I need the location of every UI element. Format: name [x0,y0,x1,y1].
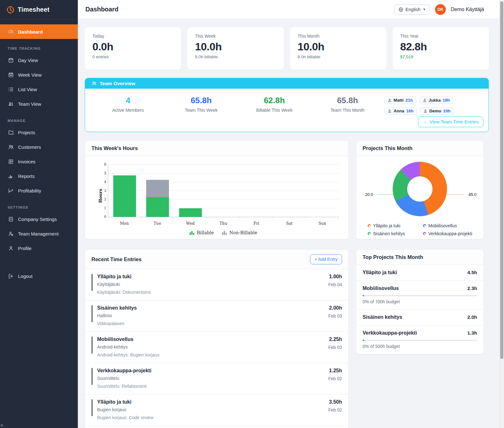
stat-sub: 8.0h billable [298,54,379,59]
bar-segment-billable [113,175,136,217]
view-team-time-entries-button[interactable]: → View Team Time Entries [418,116,484,127]
stat-value: 10.0h [195,41,276,53]
member-hours: 19h [443,98,450,103]
weekly-hours-bar-chart: Hours 0123456 MonTueWedThuFriSatSun Bill… [85,156,348,235]
time-entry-row: Verkkokauppa-projekti Suunnittelu Suunni… [85,363,348,394]
sidebar-item-label: Logout [18,274,33,279]
sidebar-item-label: Company Settings [18,217,57,222]
avatar[interactable]: DK [435,4,446,15]
member-chip-jukka: Jukka19h [419,96,454,104]
ring-icon [367,223,371,228]
sidebar-item-profile[interactable]: Profile [0,241,78,255]
entry-date: Feb 04 [328,282,342,287]
stat-sub: 0 entries [92,54,173,59]
gridline [108,164,339,165]
scrollbar-thumb[interactable] [500,1,503,359]
entry-project: Mobiilisovellus [97,337,328,342]
sidebar-item-invoices[interactable]: Invoices [0,154,78,169]
stat-card-today: Today 0.0h 0 entries [85,27,181,70]
stats-row: Today 0.0h 0 entries This Week 10.0h 8.0… [85,27,489,70]
sidebar-item-projects[interactable]: Projects [0,125,78,140]
y-tick-label: 2 [99,197,106,201]
profile-icon [8,245,14,251]
entry-marker [91,305,93,322]
sidebar-item-day-view[interactable]: FriDay View [0,53,78,67]
vertical-scrollbar[interactable] [499,0,504,428]
time-entry-row: Ylläpito ja tuki Käyttäjätuki Käyttäjätu… [85,269,348,300]
member-name: Demo [429,109,441,113]
stat-sub: 8.0h billable [195,54,276,59]
legend-label: Billable [197,230,214,235]
team-stat-label: Team This Week [165,108,238,113]
sidebar-item-label: Team Management [18,231,59,236]
dashboard-icon [8,28,14,35]
bar-segment-billable [146,197,169,217]
team-stat-value: 65.8h [311,96,384,105]
time-entry-row: Ylläpito ja tuki Bugien korjaus Bugien k… [85,394,348,425]
chart-legend: BillableNon-Billable [108,230,339,235]
x-tick-label: Wed [174,217,207,226]
sidebar-item-customers[interactable]: Customers [0,140,78,154]
language-selector[interactable]: English ▼ [394,4,430,15]
entry-date: Feb 03 [328,345,342,350]
week-view-icon [8,72,14,78]
weekly-hours-panel: This Week's Hours Hours 0123456 MonTueWe… [85,141,349,239]
sidebar-item-week-view[interactable]: Week View [0,67,78,82]
entry-task: Hallinto [97,313,328,318]
entry-task: Bugien korjaus [97,407,328,412]
top-project-hours: 4.5h [467,270,477,275]
person-icon [423,98,427,102]
sidebar-item-reports[interactable]: Reports [0,169,78,183]
leader-line [377,194,395,195]
top-bar: Dashboard English ▼ DK Demo Käyttäjä [78,0,504,19]
person-icon [388,109,392,113]
top-project-row: Verkkokauppa-projekti 1.3h 0% of 500h bu… [356,325,483,354]
entry-project: Sisäinen kehitys [97,305,328,311]
sidebar-item-list-view[interactable]: List View [0,82,78,97]
team-overview-title: Team Overview [100,81,135,86]
entry-task: Suunnittelu [97,376,328,381]
top-project-name: Ylläpito ja tuki [363,270,397,275]
team-stat-label: Active Members [91,108,165,113]
y-tick-label: 4 [99,179,106,184]
language-label: English [406,7,421,12]
sidebar-item-label: Profitability [18,188,41,193]
sidebar-item-dashboard[interactable]: Dashboard [0,24,78,39]
entry-project: Ylläpito ja tuki [97,274,328,280]
recent-entries-panel: Recent Time Entries + Add Entry Ylläpito… [85,249,349,428]
entry-hours: 3.50h [328,399,342,405]
member-name: Anna [394,109,404,113]
leader-line [447,194,464,195]
entry-task: Android-kehitys [97,344,328,349]
nav-section-settings: SETTINGS [0,198,78,212]
bar-column-sat [273,165,306,217]
x-tick-label: Thu [207,217,240,226]
sidebar-item-logout[interactable]: Logout [0,269,78,283]
team-management-icon [8,230,14,237]
member-hours: 16h [406,109,414,113]
team-stat-active-members: 4 Active Members [91,96,165,127]
entry-marker [91,337,93,354]
customers-icon [8,144,14,150]
top-project-hours: 1.3h [467,330,477,336]
team-stat-label: Billable This Week [238,108,311,113]
main-area: Dashboard English ▼ DK Demo Käyttäjä Tod… [78,0,504,428]
sidebar-item-company-settings[interactable]: Company Settings [0,212,78,226]
add-entry-button[interactable]: + Add Entry [310,254,342,264]
bar-column-thu [207,165,240,217]
team-stat-billable-this-week: 62.8h Billable This Week [238,96,311,127]
budget-progress-bar [363,340,477,341]
bar-segment-billable [179,208,202,217]
sidebar-item-label: Day View [18,58,38,63]
invoices-icon [8,158,14,165]
sidebar-item-profitability[interactable]: Profitability [0,183,78,198]
sidebar-item-team-view[interactable]: Team View [0,97,78,111]
team-view-icon [8,101,14,107]
app-logo: Timesheet [0,0,78,20]
sidebar-item-label: Team View [18,101,41,107]
budget-progress-bar [363,295,477,296]
top-projects-panel: Top Projects This Month Ylläpito ja tuki… [356,249,484,354]
sidebar-item-label: Profile [18,246,32,251]
sidebar-item-team-management[interactable]: Team Management [0,226,78,241]
stat-label: This Year [400,34,481,39]
